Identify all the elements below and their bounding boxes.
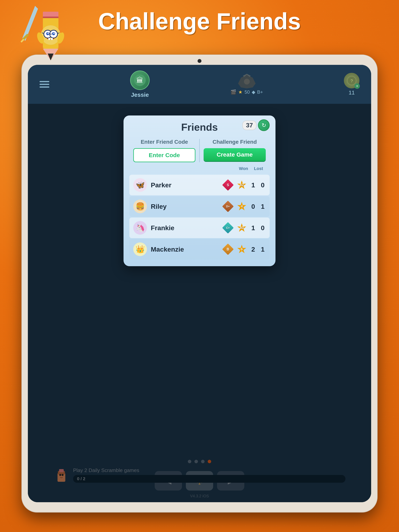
challenge-column: Challenge Friend Create Game [200, 139, 270, 162]
friend-star-frankie: ★ 80 [235, 222, 248, 234]
friends-count-badge: 37 ↻ [242, 119, 270, 131]
svg-point-18 [53, 33, 55, 34]
rank-details: 🎬 ★ 50 ◆ B+ [231, 89, 263, 95]
friend-name-parker: Parker [151, 181, 223, 189]
friend-star-riley: ★ 4 [235, 200, 248, 213]
challenge-label: Challenge Friend [212, 139, 257, 145]
dialog-header: Friends 37 ↻ [129, 121, 270, 133]
friend-badges-frankie: C+ ★ 80 [223, 222, 248, 234]
friend-name-frankie: Frankie [151, 224, 223, 232]
friend-stats-mackenzie: 2 1 [250, 246, 266, 253]
friend-stats-parker: 1 0 [250, 181, 266, 189]
friend-row-riley[interactable]: 🍔 Riley D+ ★ 4 [129, 196, 270, 217]
app-body: Friends 37 ↻ Enter Friend Code Enter Cod… [28, 104, 371, 502]
friends-list: 🦋 Parker S ★ 82 [129, 175, 270, 260]
friend-name-mackenzie: Mackenzie [151, 246, 223, 253]
create-game-button[interactable]: Create Game [204, 148, 266, 161]
friend-star-mackenzie: ★ 6 [235, 243, 248, 256]
rank-badge-riley: D+ [223, 201, 233, 212]
rank-diamond-icon: ◆ [252, 89, 255, 95]
coins-count: 11 [348, 89, 354, 96]
rank-stars: 50 [245, 89, 250, 95]
svg-point-25 [244, 79, 250, 84]
dialog-title: Friends [181, 121, 218, 133]
friend-won-parker: 1 [251, 181, 255, 189]
friend-lost-mackenzie: 1 [261, 246, 264, 253]
svg-text:🏛: 🏛 [136, 76, 143, 84]
tablet-frame: 🏛 Jessie 🎬 ★ 50 ◆ B+ [21, 55, 378, 513]
coin-badge: ? [344, 73, 360, 89]
friend-badges-riley: D+ ★ 4 [223, 200, 248, 213]
friend-stats-riley: 0 1 [250, 203, 266, 210]
friend-row-mackenzie[interactable]: 👑 Mackenzie B ★ 6 [129, 239, 270, 260]
player-name: Jessie [131, 92, 149, 98]
rank-badge-parker: S [223, 180, 233, 190]
friend-badges-mackenzie: B ★ 6 [223, 243, 248, 256]
dialog-overlay: Friends 37 ↻ Enter Friend Code Enter Cod… [28, 104, 371, 502]
won-header: Won [239, 166, 248, 171]
friends-dialog: Friends 37 ↻ Enter Friend Code Enter Cod… [123, 115, 276, 266]
tablet-camera [198, 59, 201, 63]
friend-stats-frankie: 1 0 [250, 224, 266, 232]
tablet-screen: 🏛 Jessie 🎬 ★ 50 ◆ B+ [28, 65, 371, 502]
svg-rect-8 [43, 17, 58, 18]
friend-star-parker: ★ 82 [235, 178, 248, 191]
friend-won-riley: 0 [251, 203, 255, 210]
friend-avatar-frankie: 🦄 [133, 221, 147, 235]
friend-badges-parker: S ★ 82 [223, 178, 248, 191]
svg-marker-0 [22, 6, 38, 41]
friend-won-frankie: 1 [251, 224, 255, 232]
friend-count: 37 [242, 120, 256, 130]
svg-rect-20 [51, 38, 53, 40]
friend-avatar-parker: 🦋 [133, 178, 147, 192]
app-header: 🏛 Jessie 🎬 ★ 50 ◆ B+ [28, 65, 371, 104]
menu-button[interactable] [39, 81, 49, 88]
coins-section: ? 11 [344, 73, 360, 96]
friend-won-mackenzie: 2 [251, 246, 255, 253]
enter-code-column: Enter Friend Code Enter Code [129, 139, 200, 162]
rank-icon: 🎬 [231, 89, 236, 95]
friend-row-frankie[interactable]: 🦄 Frankie C+ ★ 80 [129, 217, 270, 238]
rank-info: 🎬 ★ 50 ◆ B+ [231, 74, 263, 95]
rank-badge-mackenzie: B [223, 244, 233, 255]
enter-code-button[interactable]: Enter Code [133, 148, 195, 162]
friend-lost-riley: 1 [261, 203, 264, 210]
player-profile: 🏛 Jessie [130, 70, 150, 98]
rank-grade: B+ [257, 89, 263, 95]
friend-lost-frankie: 0 [261, 224, 264, 232]
friend-avatar-mackenzie: 👑 [133, 242, 147, 256]
mascot-character [19, 2, 74, 64]
lost-header: Lost [254, 166, 263, 171]
refresh-button[interactable]: ↻ [258, 119, 270, 131]
friend-name-riley: Riley [151, 203, 223, 210]
enter-code-label: Enter Friend Code [141, 139, 188, 145]
svg-rect-19 [48, 38, 50, 40]
friend-avatar-riley: 🍔 [133, 200, 147, 213]
rank-emblem-icon [237, 74, 257, 89]
page-title: Challenge Friends [98, 8, 301, 35]
friend-lost-parker: 0 [261, 181, 264, 189]
dialog-columns: Enter Friend Code Enter Code Challenge F… [129, 139, 270, 162]
rank-badge-frankie: C+ [223, 222, 233, 233]
player-avatar: 🏛 [130, 70, 150, 90]
svg-point-17 [48, 33, 49, 34]
friend-row-parker[interactable]: 🦋 Parker S ★ 82 [129, 175, 270, 195]
svg-text:?: ? [350, 78, 353, 83]
star-icon: ★ [238, 89, 243, 95]
